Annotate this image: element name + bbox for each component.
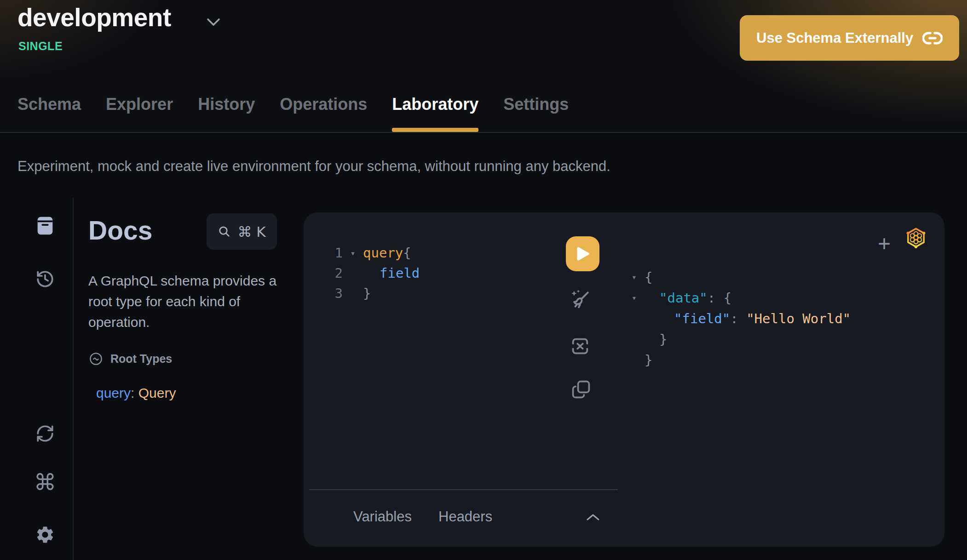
- editor-line: 2 field: [304, 263, 420, 283]
- response-line: ▾ {: [632, 267, 851, 287]
- code-text: query{: [363, 245, 411, 261]
- root-type-query-link[interactable]: query: Query: [96, 385, 176, 401]
- root-type-name[interactable]: query: [96, 385, 131, 400]
- response-line: "field": "Hello World": [632, 308, 851, 329]
- project-title[interactable]: development: [17, 3, 171, 32]
- tab-settings[interactable]: Settings: [503, 91, 569, 132]
- execute-query-button[interactable]: [566, 236, 599, 271]
- docs-panel-title: Docs: [88, 215, 152, 246]
- prettify-query-icon[interactable]: [568, 288, 592, 312]
- response-viewer: ▾ { ▾ "data": { "field": "Hello World" }…: [632, 267, 851, 370]
- link-icon: [922, 31, 943, 46]
- project-type-badge: SINGLE: [18, 40, 63, 53]
- root-types-icon: [89, 352, 103, 366]
- tab-laboratory[interactable]: Laboratory: [392, 91, 478, 132]
- root-types-section: Root Types: [89, 352, 172, 366]
- page-header: development SINGLE Use Schema Externally…: [0, 0, 967, 133]
- response-line: }: [632, 329, 851, 349]
- response-line: }: [632, 349, 851, 370]
- tab-operations[interactable]: Operations: [280, 91, 367, 132]
- history-icon[interactable]: [35, 269, 56, 290]
- laboratory-page: development SINGLE Use Schema Externally…: [0, 0, 967, 560]
- line-number: 3: [304, 286, 343, 301]
- editor-bottom-divider: [309, 489, 618, 490]
- page-subtitle: Experiment, mock and create live environ…: [17, 158, 610, 175]
- docs-search-button[interactable]: ⌘ K: [207, 213, 277, 250]
- tab-history[interactable]: History: [198, 91, 255, 132]
- fold-arrow-icon[interactable]: ▾: [632, 293, 645, 303]
- headers-tab[interactable]: Headers: [438, 509, 492, 525]
- settings-gear-icon[interactable]: [35, 524, 56, 545]
- query-editor[interactable]: 1 ▾ query{ 2 field 3 }: [304, 243, 420, 303]
- use-schema-externally-label: Use Schema Externally: [756, 30, 913, 46]
- merge-fragments-icon[interactable]: [570, 336, 591, 357]
- copy-query-icon[interactable]: [570, 379, 592, 400]
- tab-explorer[interactable]: Explorer: [106, 91, 173, 132]
- use-schema-externally-button[interactable]: Use Schema Externally: [740, 15, 959, 61]
- graphiql-panel: 1 ▾ query{ 2 field 3 }: [304, 212, 944, 547]
- root-type-separator: :: [131, 385, 138, 400]
- editor-line: 1 ▾ query{: [304, 243, 420, 263]
- collapse-panel-button[interactable]: [586, 510, 604, 524]
- search-shortcut-label: ⌘ K: [237, 223, 265, 240]
- add-tab-button[interactable]: +: [871, 231, 897, 257]
- reload-schema-icon[interactable]: [35, 423, 56, 444]
- play-icon: [576, 246, 589, 261]
- response-line: ▾ "data": {: [632, 287, 851, 308]
- docs-description: A GraphQL schema provides a root type fo…: [88, 270, 296, 332]
- code-text: field: [363, 265, 420, 281]
- page-tabs: Schema Explorer History Operations Labor…: [17, 91, 569, 132]
- docs-book-icon[interactable]: [35, 215, 56, 236]
- variables-tab[interactable]: Variables: [353, 509, 412, 525]
- tab-schema[interactable]: Schema: [17, 91, 81, 132]
- fold-arrow-icon[interactable]: ▾: [343, 248, 363, 258]
- hive-logo-icon[interactable]: [904, 226, 927, 249]
- sidebar-divider: [73, 198, 74, 560]
- root-type-value[interactable]: Query: [138, 385, 176, 400]
- line-number: 2: [304, 265, 343, 281]
- line-number: 1: [304, 245, 343, 261]
- keyboard-shortcuts-icon[interactable]: ⌘: [35, 472, 56, 493]
- project-switcher-chevron-icon[interactable]: [206, 17, 221, 28]
- code-text: }: [363, 286, 371, 301]
- editor-line: 3 }: [304, 283, 420, 303]
- fold-arrow-icon[interactable]: ▾: [632, 272, 645, 282]
- search-icon: [218, 225, 231, 239]
- chevron-up-icon: [586, 513, 600, 521]
- root-types-label: Root Types: [110, 352, 172, 366]
